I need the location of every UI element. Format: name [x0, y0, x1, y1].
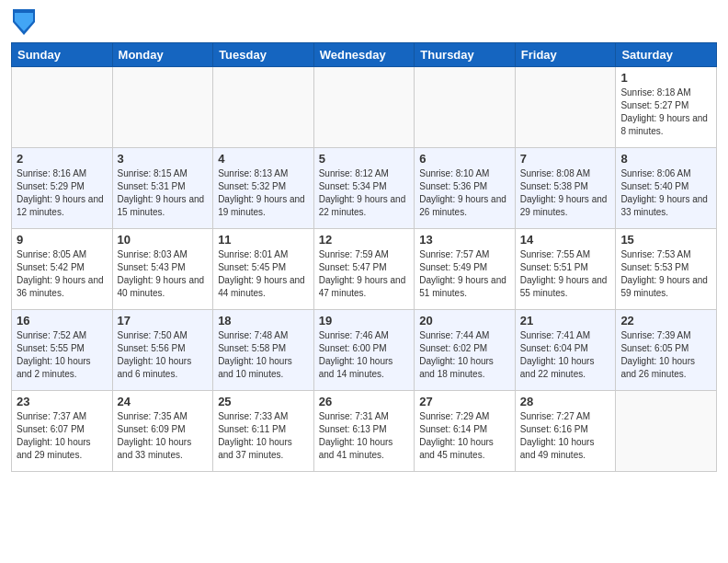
calendar-header-wednesday: Wednesday: [313, 43, 415, 67]
calendar-week-row: 23Sunrise: 7:37 AM Sunset: 6:07 PM Dayli…: [12, 391, 717, 472]
calendar-day-cell: 5Sunrise: 8:12 AM Sunset: 5:34 PM Daylig…: [313, 148, 415, 229]
day-number: 8: [620, 152, 711, 166]
day-number: 5: [319, 152, 410, 166]
calendar-day-cell: 26Sunrise: 7:31 AM Sunset: 6:13 PM Dayli…: [313, 391, 415, 472]
calendar-day-cell: 19Sunrise: 7:46 AM Sunset: 6:00 PM Dayli…: [313, 310, 415, 391]
day-info: Sunrise: 8:10 AM Sunset: 5:36 PM Dayligh…: [419, 167, 510, 219]
calendar-table: SundayMondayTuesdayWednesdayThursdayFrid…: [11, 42, 717, 472]
day-number: 3: [118, 152, 209, 166]
day-number: 7: [520, 152, 611, 166]
day-info: Sunrise: 8:05 AM Sunset: 5:42 PM Dayligh…: [17, 248, 108, 300]
day-number: 9: [17, 233, 108, 247]
day-info: Sunrise: 8:13 AM Sunset: 5:32 PM Dayligh…: [218, 167, 309, 219]
page-container: SundayMondayTuesdayWednesdayThursdayFrid…: [0, 0, 728, 481]
day-info: Sunrise: 7:35 AM Sunset: 6:09 PM Dayligh…: [118, 410, 209, 462]
calendar-header-row: SundayMondayTuesdayWednesdayThursdayFrid…: [12, 43, 717, 67]
logo-icon: [13, 9, 35, 35]
calendar-week-row: 16Sunrise: 7:52 AM Sunset: 5:55 PM Dayli…: [12, 310, 717, 391]
day-number: 14: [520, 233, 611, 247]
day-info: Sunrise: 7:57 AM Sunset: 5:49 PM Dayligh…: [419, 248, 510, 300]
calendar-day-cell: 22Sunrise: 7:39 AM Sunset: 6:05 PM Dayli…: [616, 310, 717, 391]
day-info: Sunrise: 8:12 AM Sunset: 5:34 PM Dayligh…: [319, 167, 410, 219]
calendar-day-cell: 27Sunrise: 7:29 AM Sunset: 6:14 PM Dayli…: [415, 391, 516, 472]
calendar-week-row: 2Sunrise: 8:16 AM Sunset: 5:29 PM Daylig…: [12, 148, 717, 229]
day-number: 25: [218, 395, 309, 408]
calendar-day-cell: 15Sunrise: 7:53 AM Sunset: 5:53 PM Dayli…: [616, 229, 717, 310]
calendar-day-cell: 9Sunrise: 8:05 AM Sunset: 5:42 PM Daylig…: [12, 229, 113, 310]
day-number: 20: [419, 314, 510, 327]
calendar-day-cell: 23Sunrise: 7:37 AM Sunset: 6:07 PM Dayli…: [12, 391, 113, 472]
day-info: Sunrise: 7:55 AM Sunset: 5:51 PM Dayligh…: [520, 248, 611, 300]
day-info: Sunrise: 8:16 AM Sunset: 5:29 PM Dayligh…: [17, 167, 108, 219]
calendar-day-cell: [313, 67, 415, 148]
day-info: Sunrise: 7:31 AM Sunset: 6:13 PM Dayligh…: [319, 410, 410, 462]
calendar-day-cell: 4Sunrise: 8:13 AM Sunset: 5:32 PM Daylig…: [213, 148, 314, 229]
calendar-header-thursday: Thursday: [415, 43, 516, 67]
calendar-day-cell: 2Sunrise: 8:16 AM Sunset: 5:29 PM Daylig…: [12, 148, 113, 229]
day-info: Sunrise: 7:46 AM Sunset: 6:00 PM Dayligh…: [319, 329, 410, 381]
calendar-day-cell: [616, 391, 717, 472]
day-number: 17: [118, 314, 209, 327]
day-info: Sunrise: 7:50 AM Sunset: 5:56 PM Dayligh…: [118, 329, 209, 381]
day-number: 16: [17, 314, 108, 327]
day-number: 15: [620, 233, 711, 247]
day-number: 4: [218, 152, 309, 166]
day-info: Sunrise: 7:59 AM Sunset: 5:47 PM Dayligh…: [319, 248, 410, 300]
day-number: 6: [419, 152, 510, 166]
day-number: 24: [118, 395, 209, 408]
calendar-day-cell: 7Sunrise: 8:08 AM Sunset: 5:38 PM Daylig…: [515, 148, 616, 229]
day-number: 11: [218, 233, 309, 247]
calendar-day-cell: 28Sunrise: 7:27 AM Sunset: 6:16 PM Dayli…: [515, 391, 616, 472]
day-info: Sunrise: 7:48 AM Sunset: 5:58 PM Dayligh…: [218, 329, 309, 381]
header: [11, 9, 717, 35]
calendar-day-cell: 20Sunrise: 7:44 AM Sunset: 6:02 PM Dayli…: [415, 310, 516, 391]
logo: [11, 9, 35, 35]
day-info: Sunrise: 8:01 AM Sunset: 5:45 PM Dayligh…: [218, 248, 309, 300]
day-number: 26: [319, 395, 410, 408]
calendar-day-cell: [415, 67, 516, 148]
day-number: 19: [319, 314, 410, 327]
day-info: Sunrise: 7:52 AM Sunset: 5:55 PM Dayligh…: [17, 329, 108, 381]
day-info: Sunrise: 8:06 AM Sunset: 5:40 PM Dayligh…: [620, 167, 711, 219]
calendar-header-tuesday: Tuesday: [213, 43, 314, 67]
calendar-day-cell: 14Sunrise: 7:55 AM Sunset: 5:51 PM Dayli…: [515, 229, 616, 310]
calendar-day-cell: 16Sunrise: 7:52 AM Sunset: 5:55 PM Dayli…: [12, 310, 113, 391]
day-number: 2: [17, 152, 108, 166]
calendar-week-row: 1Sunrise: 8:18 AM Sunset: 5:27 PM Daylig…: [12, 67, 717, 148]
day-number: 28: [520, 395, 611, 408]
calendar-day-cell: 6Sunrise: 8:10 AM Sunset: 5:36 PM Daylig…: [415, 148, 516, 229]
day-info: Sunrise: 7:39 AM Sunset: 6:05 PM Dayligh…: [620, 329, 711, 381]
calendar-day-cell: [515, 67, 616, 148]
svg-marker-1: [15, 13, 33, 31]
calendar-day-cell: 12Sunrise: 7:59 AM Sunset: 5:47 PM Dayli…: [313, 229, 415, 310]
calendar-day-cell: [213, 67, 314, 148]
calendar-header-friday: Friday: [515, 43, 616, 67]
day-number: 27: [419, 395, 510, 408]
calendar-day-cell: 11Sunrise: 8:01 AM Sunset: 5:45 PM Dayli…: [213, 229, 314, 310]
day-info: Sunrise: 7:37 AM Sunset: 6:07 PM Dayligh…: [17, 410, 108, 462]
calendar-day-cell: 17Sunrise: 7:50 AM Sunset: 5:56 PM Dayli…: [112, 310, 213, 391]
calendar-header-sunday: Sunday: [12, 43, 113, 67]
calendar-day-cell: [12, 67, 113, 148]
day-info: Sunrise: 7:44 AM Sunset: 6:02 PM Dayligh…: [419, 329, 510, 381]
calendar-day-cell: 21Sunrise: 7:41 AM Sunset: 6:04 PM Dayli…: [515, 310, 616, 391]
day-number: 10: [118, 233, 209, 247]
day-info: Sunrise: 8:18 AM Sunset: 5:27 PM Dayligh…: [620, 86, 711, 138]
calendar-day-cell: 3Sunrise: 8:15 AM Sunset: 5:31 PM Daylig…: [112, 148, 213, 229]
day-number: 18: [218, 314, 309, 327]
calendar-week-row: 9Sunrise: 8:05 AM Sunset: 5:42 PM Daylig…: [12, 229, 717, 310]
day-number: 12: [319, 233, 410, 247]
day-info: Sunrise: 8:15 AM Sunset: 5:31 PM Dayligh…: [118, 167, 209, 219]
calendar-day-cell: 18Sunrise: 7:48 AM Sunset: 5:58 PM Dayli…: [213, 310, 314, 391]
day-number: 13: [419, 233, 510, 247]
day-number: 23: [17, 395, 108, 408]
calendar-day-cell: 1Sunrise: 8:18 AM Sunset: 5:27 PM Daylig…: [616, 67, 717, 148]
calendar-header-monday: Monday: [112, 43, 213, 67]
day-info: Sunrise: 7:53 AM Sunset: 5:53 PM Dayligh…: [620, 248, 711, 300]
day-number: 1: [620, 71, 711, 85]
day-info: Sunrise: 8:03 AM Sunset: 5:43 PM Dayligh…: [118, 248, 209, 300]
day-info: Sunrise: 7:33 AM Sunset: 6:11 PM Dayligh…: [218, 410, 309, 462]
calendar-day-cell: 25Sunrise: 7:33 AM Sunset: 6:11 PM Dayli…: [213, 391, 314, 472]
calendar-day-cell: 10Sunrise: 8:03 AM Sunset: 5:43 PM Dayli…: [112, 229, 213, 310]
day-info: Sunrise: 7:41 AM Sunset: 6:04 PM Dayligh…: [520, 329, 611, 381]
